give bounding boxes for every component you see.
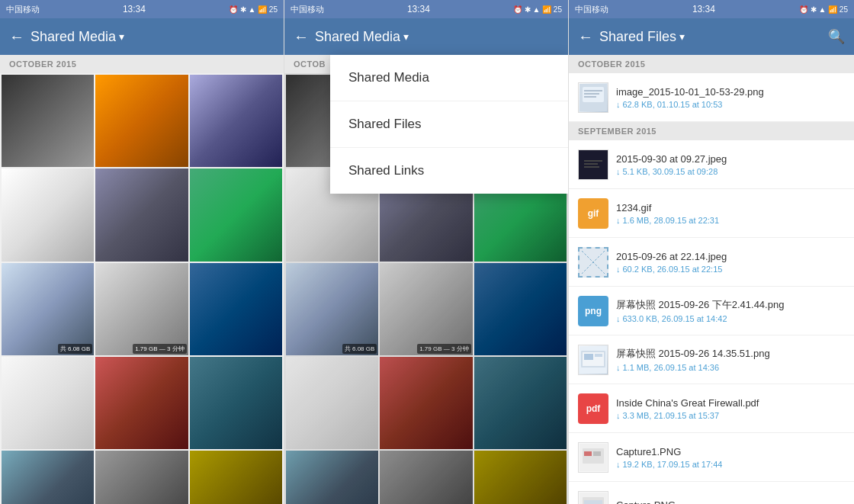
media-thumb-p2-13 [286,451,378,504]
download-arrow-7: ↓ [616,460,621,469]
file-meta-text-5: 1.1 MB, 26.09.15 at 14:36 [623,363,720,372]
download-arrow-4: ↓ [616,314,621,323]
media-thumb-p2-12 [474,357,567,449]
file-info-7: Capture1.PNG ↓ 19.2 KB, 17.09.15 at 17:4… [616,446,845,469]
file-item-7[interactable]: Capture1.PNG ↓ 19.2 KB, 17.09.15 at 17:4… [569,433,854,482]
file-meta-text-2: 1.6 MB, 28.09.15 at 22:31 [623,216,720,225]
section-october-1: OCTOBER 2015 [0,55,284,73]
file-item-2[interactable]: gif 1234.gif ↓ 1.6 MB, 28.09.15 at 22:31 [569,189,854,238]
file-icon-5 [578,345,608,375]
media-thumb-10[interactable] [2,357,94,449]
media-thumb-p2-7: 共 6.08 GB [286,263,378,355]
dropdown-menu: Shared Media Shared Files Shared Links [330,55,568,194]
dropdown-item-shared-links[interactable]: Shared Links [330,148,568,194]
media-thumb-5[interactable] [95,169,188,261]
file-meta-7: ↓ 19.2 KB, 17.09.15 at 17:44 [616,460,845,469]
status-icons-2: ⏰ ✱ ▲ 📶 25 [513,5,562,14]
svg-rect-4 [584,96,596,98]
media-thumb-p2-8: 1.79 GB — 3 分钟 [380,263,472,355]
media-thumb-2[interactable] [95,75,188,167]
file-item-1[interactable]: 2015-09-30 at 09.27.jpeg ↓ 5.1 KB, 30.09… [569,140,854,189]
back-button-2[interactable]: ← [294,28,309,46]
download-arrow-3: ↓ [616,265,621,274]
file-name-1: 2015-09-30 at 09.27.jpeg [616,153,845,165]
media-thumb-6[interactable] [190,169,282,261]
file-icon-1 [578,149,608,180]
file-item-5[interactable]: 屏幕快照 2015-09-26 14.35.51.png ↓ 1.1 MB, 2… [569,335,854,384]
dropdown-item-shared-media[interactable]: Shared Media [330,55,568,101]
carrier-2: 中国移动 [291,4,324,15]
file-name-4: 屏幕快照 2015-09-26 下午2.41.44.png [616,298,845,312]
dropdown-chevron-3[interactable]: ▾ [679,30,685,43]
file-info-6: Inside China's Great Firewall.pdf ↓ 3.3 … [616,397,845,420]
dropdown-chevron-1[interactable]: ▾ [119,30,124,43]
file-icon-4: png [578,296,608,326]
svg-rect-3 [584,93,599,95]
file-item-0[interactable]: image_2015-10-01_10-53-29.png ↓ 62.8 KB,… [569,73,854,122]
file-info-0: image_2015-10-01_10-53-29.png ↓ 62.8 KB,… [616,86,845,109]
media-thumb-4[interactable] [2,169,94,261]
file-item-8[interactable]: Capture.PNG [569,482,854,504]
file-item-4[interactable]: png 屏幕快照 2015-09-26 下午2.41.44.png ↓ 633.… [569,287,854,335]
file-icon-7 [578,442,608,473]
panel-shared-media-dropdown: 中国移动 13:34 ⏰ ✱ ▲ 📶 25 ← Shared Media ▾ O… [284,0,569,504]
search-icon-3[interactable]: 🔍 [828,28,845,45]
time-3: 13:34 [692,4,715,14]
header-title-text-1: Shared Media [30,29,116,45]
thumb-overlay-7: 共 6.08 GB [58,344,93,354]
media-thumb-3[interactable] [190,75,282,167]
media-thumb-15[interactable] [190,451,282,504]
file-meta-text-7: 19.2 KB, 17.09.15 at 17:44 [623,460,723,469]
media-thumb-1[interactable] [2,75,94,167]
file-name-6: Inside China's Great Firewall.pdf [616,397,845,409]
file-icon-2: gif [578,198,608,229]
file-meta-5: ↓ 1.1 MB, 26.09.15 at 14:36 [616,363,845,372]
svg-rect-19 [593,451,601,456]
header-3: ← Shared Files ▾ 🔍 [569,18,854,55]
section-september-files: SEPTEMBER 2015 [569,122,854,140]
download-arrow-1: ↓ [616,167,621,176]
media-thumb-p2-9 [474,263,567,355]
file-meta-1: ↓ 5.1 KB, 30.09.15 at 09:28 [616,167,845,176]
file-info-4: 屏幕快照 2015-09-26 下午2.41.44.png ↓ 633.0 KB… [616,298,845,323]
file-name-5: 屏幕快照 2015-09-26 14.35.51.png [616,347,845,361]
media-thumb-9[interactable] [190,263,282,355]
file-icon-6: pdf [578,393,608,424]
back-button-1[interactable]: ← [9,28,24,46]
svg-rect-18 [584,451,592,456]
file-info-1: 2015-09-30 at 09.27.jpeg ↓ 5.1 KB, 30.09… [616,153,845,176]
thumb-overlay-p2-7: 共 6.08 GB [342,344,377,354]
thumb-overlay-8: 1.79 GB — 3 分钟 [133,344,186,354]
header-title-text-3: Shared Files [599,29,676,45]
header-title-1: Shared Media ▾ [30,29,274,45]
file-info-8: Capture.PNG [616,499,845,505]
media-thumb-p2-15 [474,451,567,504]
header-2: ← Shared Media ▾ [284,18,568,55]
media-thumb-7[interactable]: 共 6.08 GB [2,263,94,355]
media-thumb-11[interactable] [95,357,188,449]
file-meta-2: ↓ 1.6 MB, 28.09.15 at 22:31 [616,216,845,225]
back-button-3[interactable]: ← [578,28,593,46]
file-meta-4: ↓ 633.0 KB, 26.09.15 at 14:42 [616,314,845,323]
file-info-5: 屏幕快照 2015-09-26 14.35.51.png ↓ 1.1 MB, 2… [616,347,845,372]
media-thumb-14[interactable] [95,451,188,504]
media-thumb-p2-10 [286,357,378,449]
file-name-0: image_2015-10-01_10-53-29.png [616,86,845,98]
file-name-8: Capture.PNG [616,499,845,505]
file-item-6[interactable]: pdf Inside China's Great Firewall.pdf ↓ … [569,384,854,433]
dropdown-item-shared-files[interactable]: Shared Files [330,101,568,148]
dropdown-chevron-2[interactable]: ▾ [403,30,409,43]
status-bar-2: 中国移动 13:34 ⏰ ✱ ▲ 📶 25 [284,0,568,18]
download-arrow-0: ↓ [616,100,621,109]
status-icons-3: ⏰ ✱ ▲ 📶 25 [799,5,848,14]
media-thumb-8[interactable]: 1.79 GB — 3 分钟 [95,263,188,355]
svg-rect-6 [584,160,602,162]
media-thumb-12[interactable] [190,357,282,449]
file-meta-text-3: 60.2 KB, 26.09.15 at 22:15 [623,265,723,274]
time-1: 13:34 [123,4,146,14]
header-title-text-2: Shared Media [315,29,400,45]
svg-rect-2 [584,90,602,91]
file-icon-0 [578,82,608,113]
media-thumb-13[interactable] [2,451,94,504]
file-item-3[interactable]: 2015-09-26 at 22.14.jpeg ↓ 60.2 KB, 26.0… [569,238,854,287]
